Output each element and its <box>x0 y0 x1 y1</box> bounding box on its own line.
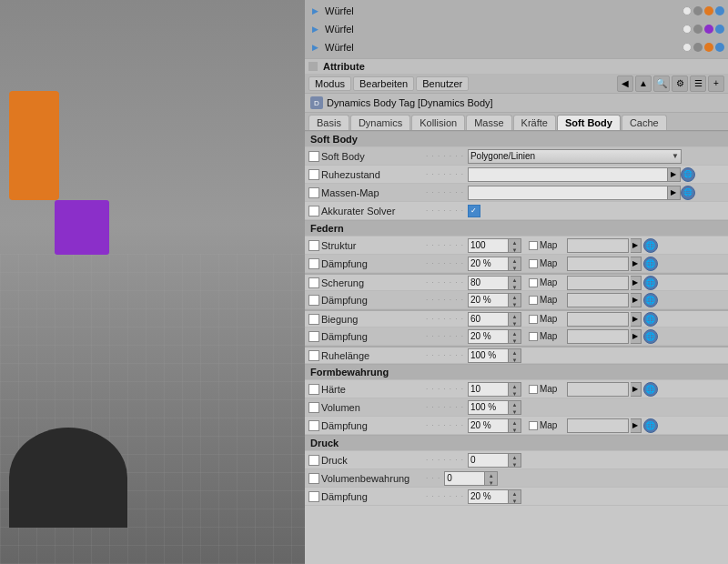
daempfung2-input[interactable] <box>468 293 509 307</box>
benutzer-button[interactable]: Benutzer <box>416 76 469 91</box>
daempfung1-map-checkbox[interactable] <box>529 259 538 268</box>
volumenbewahrung-input[interactable] <box>444 471 485 486</box>
haerte-map-arrow[interactable]: ▶ <box>631 382 642 397</box>
daempfung3-globe[interactable]: 🌐 <box>643 329 658 344</box>
struktur-checkbox[interactable] <box>308 240 319 251</box>
tab-kollision[interactable]: Kollision <box>411 115 465 130</box>
settings-icon[interactable]: ⚙ <box>672 76 688 92</box>
ruhezustand-input[interactable] <box>468 167 668 182</box>
scherung-checkbox[interactable] <box>308 277 319 288</box>
ruhezustand-globe[interactable]: 🌐 <box>681 167 695 182</box>
nav-up-icon[interactable]: ▲ <box>635 76 652 92</box>
daempfung2-globe[interactable]: 🌐 <box>643 293 658 307</box>
daempfung5-input[interactable] <box>468 489 509 504</box>
daempfung5-checkbox[interactable] <box>308 491 319 502</box>
biegung-spinner[interactable]: ▲▼ <box>509 312 521 327</box>
struktur-input[interactable] <box>468 238 509 253</box>
nav-back-icon[interactable]: ◀ <box>617 76 633 92</box>
struktur-map-input[interactable] <box>567 238 629 253</box>
add-icon[interactable]: + <box>708 76 724 92</box>
daempfung1-map-input[interactable] <box>567 257 629 271</box>
volumen-spinner[interactable]: ▲▼ <box>509 400 521 415</box>
druck-input[interactable] <box>468 453 509 468</box>
tab-masse[interactable]: Masse <box>466 115 511 130</box>
haerte-map-checkbox[interactable] <box>529 385 538 394</box>
druck-checkbox[interactable] <box>308 455 319 466</box>
scherung-map-input[interactable] <box>567 276 629 290</box>
scene-row-3[interactable]: ▶ Würfel <box>305 38 728 56</box>
struktur-globe[interactable]: 🌐 <box>643 238 658 253</box>
ruhelaenge-checkbox[interactable] <box>308 350 319 361</box>
ruhelaenge-input[interactable] <box>468 348 509 363</box>
daempfung2-map-arrow[interactable]: ▶ <box>631 293 642 307</box>
daempfung3-spinner[interactable]: ▲▼ <box>509 329 521 344</box>
scherung-map-checkbox[interactable] <box>529 278 538 287</box>
tab-kraefte[interactable]: Kräfte <box>513 115 556 130</box>
daempfung1-globe[interactable]: 🌐 <box>643 257 658 271</box>
softbody-checkbox[interactable] <box>308 151 319 162</box>
haerte-input[interactable] <box>468 382 509 397</box>
softbody-dropdown[interactable]: Polygone/Linien ▼ <box>468 149 682 164</box>
daempfung3-map-checkbox[interactable] <box>529 332 538 341</box>
scherung-map-arrow[interactable]: ▶ <box>631 276 642 290</box>
daempfung4-spinner[interactable]: ▲▼ <box>509 418 521 433</box>
volumenbewahrung-spinner[interactable]: ▲▼ <box>485 471 498 486</box>
tab-softbody[interactable]: Soft Body <box>557 115 621 130</box>
volumen-input[interactable] <box>468 400 509 415</box>
bearbeiten-button[interactable]: Bearbeiten <box>353 76 414 91</box>
scene-row-2[interactable]: ▶ Würfel <box>305 20 728 38</box>
daempfung4-checkbox[interactable] <box>308 420 319 431</box>
struktur-map-checkbox[interactable] <box>529 241 538 250</box>
biegung-globe[interactable]: 🌐 <box>643 312 658 327</box>
scherung-spinner[interactable]: ▲▼ <box>509 276 521 290</box>
haerte-spinner[interactable]: ▲▼ <box>509 382 521 397</box>
volumen-checkbox[interactable] <box>308 402 319 413</box>
biegung-map-input[interactable] <box>567 312 629 327</box>
daempfung3-map-input[interactable] <box>567 329 629 344</box>
scene-row-1[interactable]: ▶ Würfel <box>305 2 728 20</box>
tab-dynamics[interactable]: Dynamics <box>350 115 410 130</box>
massenmap-checkbox[interactable] <box>308 187 319 198</box>
daempfung1-spinner[interactable]: ▲▼ <box>509 257 521 271</box>
massenmap-input[interactable] <box>468 186 668 200</box>
daempfung2-map-checkbox[interactable] <box>529 296 538 305</box>
ruhezustand-arrow[interactable]: ▶ <box>668 167 681 182</box>
daempfung4-globe[interactable]: 🌐 <box>643 418 658 433</box>
tab-basis[interactable]: Basis <box>308 115 349 130</box>
ruhelaenge-spinner[interactable]: ▲▼ <box>509 348 521 363</box>
daempfung5-spinner[interactable]: ▲▼ <box>509 489 521 504</box>
daempfung1-input[interactable] <box>468 257 509 271</box>
akkurater-check-icon[interactable]: ✓ <box>468 205 480 217</box>
struktur-map-arrow[interactable]: ▶ <box>631 238 642 253</box>
daempfung1-map-arrow[interactable]: ▶ <box>631 257 642 271</box>
daempfung4-map-input[interactable] <box>567 418 629 433</box>
akkurater-checkbox[interactable] <box>308 206 319 217</box>
tab-cache[interactable]: Cache <box>622 115 667 130</box>
daempfung1-checkbox[interactable] <box>308 258 319 269</box>
massenmap-arrow[interactable]: ▶ <box>668 186 681 200</box>
daempfung3-input[interactable] <box>468 329 509 344</box>
biegung-map-arrow[interactable]: ▶ <box>631 312 642 327</box>
daempfung3-checkbox[interactable] <box>308 331 319 342</box>
druck-spinner[interactable]: ▲▼ <box>509 453 521 468</box>
struktur-spinner[interactable]: ▲▼ <box>509 238 521 253</box>
volumenbewahrung-checkbox[interactable] <box>308 473 319 484</box>
scherung-globe[interactable]: 🌐 <box>643 276 658 290</box>
haerte-globe[interactable]: 🌐 <box>643 382 658 397</box>
biegung-checkbox[interactable] <box>308 314 319 325</box>
biegung-map-checkbox[interactable] <box>529 315 538 324</box>
more-icon[interactable]: ☰ <box>690 76 706 92</box>
search-icon[interactable]: 🔍 <box>653 76 670 92</box>
daempfung4-map-arrow[interactable]: ▶ <box>631 418 642 433</box>
ruhezustand-checkbox[interactable] <box>308 169 319 180</box>
daempfung2-spinner[interactable]: ▲▼ <box>509 293 521 307</box>
scherung-input[interactable] <box>468 276 509 290</box>
daempfung2-checkbox[interactable] <box>308 295 319 306</box>
daempfung3-map-arrow[interactable]: ▶ <box>631 329 642 344</box>
haerte-map-input[interactable] <box>567 382 629 397</box>
daempfung2-map-input[interactable] <box>567 293 629 307</box>
daempfung4-input[interactable] <box>468 418 509 433</box>
haerte-checkbox[interactable] <box>308 384 319 395</box>
daempfung4-map-checkbox[interactable] <box>529 421 538 430</box>
modus-button[interactable]: Modus <box>308 76 351 91</box>
